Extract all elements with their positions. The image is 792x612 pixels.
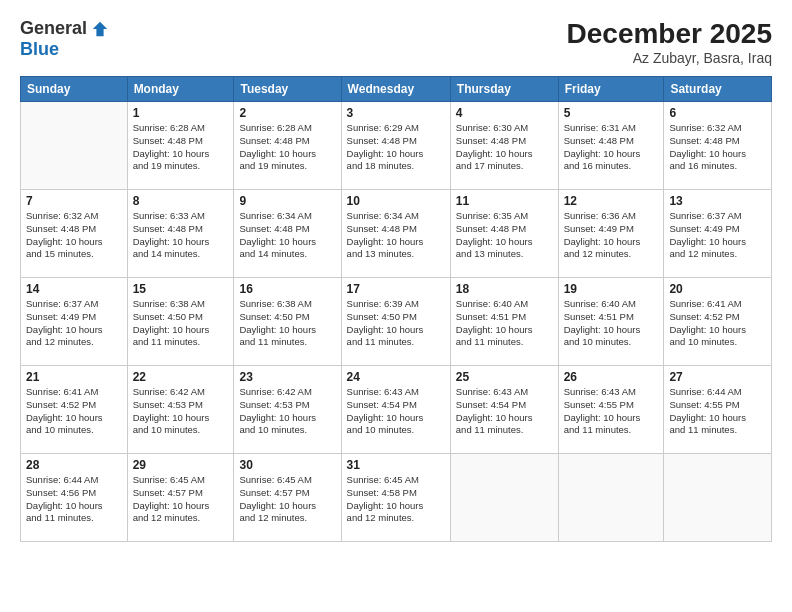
calendar-cell: 12Sunrise: 6:36 AMSunset: 4:49 PMDayligh… — [558, 190, 664, 278]
day-of-week-header: Saturday — [664, 77, 772, 102]
day-number: 22 — [133, 370, 229, 384]
calendar-week-row: 21Sunrise: 6:41 AMSunset: 4:52 PMDayligh… — [21, 366, 772, 454]
calendar-cell: 19Sunrise: 6:40 AMSunset: 4:51 PMDayligh… — [558, 278, 664, 366]
day-number: 5 — [564, 106, 659, 120]
day-of-week-header: Friday — [558, 77, 664, 102]
day-info: Sunrise: 6:45 AMSunset: 4:57 PMDaylight:… — [133, 474, 229, 525]
day-info: Sunrise: 6:45 AMSunset: 4:57 PMDaylight:… — [239, 474, 335, 525]
calendar-cell: 11Sunrise: 6:35 AMSunset: 4:48 PMDayligh… — [450, 190, 558, 278]
day-info: Sunrise: 6:43 AMSunset: 4:54 PMDaylight:… — [347, 386, 445, 437]
day-info: Sunrise: 6:43 AMSunset: 4:55 PMDaylight:… — [564, 386, 659, 437]
day-number: 14 — [26, 282, 122, 296]
calendar-cell: 31Sunrise: 6:45 AMSunset: 4:58 PMDayligh… — [341, 454, 450, 542]
day-of-week-header: Sunday — [21, 77, 128, 102]
day-info: Sunrise: 6:38 AMSunset: 4:50 PMDaylight:… — [239, 298, 335, 349]
day-number: 3 — [347, 106, 445, 120]
calendar-cell: 7Sunrise: 6:32 AMSunset: 4:48 PMDaylight… — [21, 190, 128, 278]
day-number: 21 — [26, 370, 122, 384]
calendar-cell: 1Sunrise: 6:28 AMSunset: 4:48 PMDaylight… — [127, 102, 234, 190]
calendar-cell: 17Sunrise: 6:39 AMSunset: 4:50 PMDayligh… — [341, 278, 450, 366]
calendar-cell: 8Sunrise: 6:33 AMSunset: 4:48 PMDaylight… — [127, 190, 234, 278]
location: Az Zubayr, Basra, Iraq — [567, 50, 772, 66]
day-info: Sunrise: 6:32 AMSunset: 4:48 PMDaylight:… — [669, 122, 766, 173]
day-info: Sunrise: 6:44 AMSunset: 4:55 PMDaylight:… — [669, 386, 766, 437]
svg-marker-0 — [93, 21, 107, 35]
day-info: Sunrise: 6:29 AMSunset: 4:48 PMDaylight:… — [347, 122, 445, 173]
calendar-cell: 13Sunrise: 6:37 AMSunset: 4:49 PMDayligh… — [664, 190, 772, 278]
day-number: 27 — [669, 370, 766, 384]
day-number: 4 — [456, 106, 553, 120]
logo-general-text: General — [20, 18, 87, 39]
day-info: Sunrise: 6:42 AMSunset: 4:53 PMDaylight:… — [239, 386, 335, 437]
calendar-table: SundayMondayTuesdayWednesdayThursdayFrid… — [20, 76, 772, 542]
calendar-week-row: 1Sunrise: 6:28 AMSunset: 4:48 PMDaylight… — [21, 102, 772, 190]
calendar-cell — [450, 454, 558, 542]
day-number: 6 — [669, 106, 766, 120]
calendar-cell: 21Sunrise: 6:41 AMSunset: 4:52 PMDayligh… — [21, 366, 128, 454]
day-info: Sunrise: 6:40 AMSunset: 4:51 PMDaylight:… — [564, 298, 659, 349]
day-number: 26 — [564, 370, 659, 384]
calendar-cell: 3Sunrise: 6:29 AMSunset: 4:48 PMDaylight… — [341, 102, 450, 190]
day-number: 12 — [564, 194, 659, 208]
calendar-cell — [21, 102, 128, 190]
day-number: 1 — [133, 106, 229, 120]
day-info: Sunrise: 6:35 AMSunset: 4:48 PMDaylight:… — [456, 210, 553, 261]
day-number: 8 — [133, 194, 229, 208]
day-number: 11 — [456, 194, 553, 208]
calendar-cell: 2Sunrise: 6:28 AMSunset: 4:48 PMDaylight… — [234, 102, 341, 190]
day-info: Sunrise: 6:34 AMSunset: 4:48 PMDaylight:… — [239, 210, 335, 261]
day-number: 25 — [456, 370, 553, 384]
calendar-cell: 24Sunrise: 6:43 AMSunset: 4:54 PMDayligh… — [341, 366, 450, 454]
day-info: Sunrise: 6:34 AMSunset: 4:48 PMDaylight:… — [347, 210, 445, 261]
day-number: 13 — [669, 194, 766, 208]
day-number: 18 — [456, 282, 553, 296]
calendar-header-row: SundayMondayTuesdayWednesdayThursdayFrid… — [21, 77, 772, 102]
day-number: 16 — [239, 282, 335, 296]
day-info: Sunrise: 6:28 AMSunset: 4:48 PMDaylight:… — [239, 122, 335, 173]
logo: General Blue — [20, 18, 109, 60]
calendar-cell: 30Sunrise: 6:45 AMSunset: 4:57 PMDayligh… — [234, 454, 341, 542]
day-info: Sunrise: 6:37 AMSunset: 4:49 PMDaylight:… — [26, 298, 122, 349]
calendar-week-row: 7Sunrise: 6:32 AMSunset: 4:48 PMDaylight… — [21, 190, 772, 278]
calendar-cell: 18Sunrise: 6:40 AMSunset: 4:51 PMDayligh… — [450, 278, 558, 366]
calendar-cell: 5Sunrise: 6:31 AMSunset: 4:48 PMDaylight… — [558, 102, 664, 190]
day-info: Sunrise: 6:28 AMSunset: 4:48 PMDaylight:… — [133, 122, 229, 173]
day-info: Sunrise: 6:45 AMSunset: 4:58 PMDaylight:… — [347, 474, 445, 525]
day-number: 17 — [347, 282, 445, 296]
day-info: Sunrise: 6:41 AMSunset: 4:52 PMDaylight:… — [26, 386, 122, 437]
day-info: Sunrise: 6:33 AMSunset: 4:48 PMDaylight:… — [133, 210, 229, 261]
day-number: 10 — [347, 194, 445, 208]
calendar-cell: 15Sunrise: 6:38 AMSunset: 4:50 PMDayligh… — [127, 278, 234, 366]
calendar-week-row: 28Sunrise: 6:44 AMSunset: 4:56 PMDayligh… — [21, 454, 772, 542]
day-info: Sunrise: 6:30 AMSunset: 4:48 PMDaylight:… — [456, 122, 553, 173]
calendar-cell: 22Sunrise: 6:42 AMSunset: 4:53 PMDayligh… — [127, 366, 234, 454]
day-number: 15 — [133, 282, 229, 296]
calendar-cell: 4Sunrise: 6:30 AMSunset: 4:48 PMDaylight… — [450, 102, 558, 190]
day-info: Sunrise: 6:37 AMSunset: 4:49 PMDaylight:… — [669, 210, 766, 261]
calendar-cell: 27Sunrise: 6:44 AMSunset: 4:55 PMDayligh… — [664, 366, 772, 454]
calendar-cell: 10Sunrise: 6:34 AMSunset: 4:48 PMDayligh… — [341, 190, 450, 278]
day-number: 2 — [239, 106, 335, 120]
calendar-cell — [558, 454, 664, 542]
day-info: Sunrise: 6:44 AMSunset: 4:56 PMDaylight:… — [26, 474, 122, 525]
day-info: Sunrise: 6:41 AMSunset: 4:52 PMDaylight:… — [669, 298, 766, 349]
page-header: General Blue December 2025 Az Zubayr, Ba… — [20, 18, 772, 66]
calendar-week-row: 14Sunrise: 6:37 AMSunset: 4:49 PMDayligh… — [21, 278, 772, 366]
calendar-cell: 9Sunrise: 6:34 AMSunset: 4:48 PMDaylight… — [234, 190, 341, 278]
calendar-cell: 29Sunrise: 6:45 AMSunset: 4:57 PMDayligh… — [127, 454, 234, 542]
day-number: 9 — [239, 194, 335, 208]
calendar-cell — [664, 454, 772, 542]
day-number: 29 — [133, 458, 229, 472]
calendar-cell: 14Sunrise: 6:37 AMSunset: 4:49 PMDayligh… — [21, 278, 128, 366]
day-number: 7 — [26, 194, 122, 208]
day-info: Sunrise: 6:43 AMSunset: 4:54 PMDaylight:… — [456, 386, 553, 437]
calendar-cell: 28Sunrise: 6:44 AMSunset: 4:56 PMDayligh… — [21, 454, 128, 542]
day-info: Sunrise: 6:40 AMSunset: 4:51 PMDaylight:… — [456, 298, 553, 349]
day-info: Sunrise: 6:39 AMSunset: 4:50 PMDaylight:… — [347, 298, 445, 349]
calendar-cell: 25Sunrise: 6:43 AMSunset: 4:54 PMDayligh… — [450, 366, 558, 454]
day-number: 28 — [26, 458, 122, 472]
calendar-page: General Blue December 2025 Az Zubayr, Ba… — [0, 0, 792, 612]
day-number: 30 — [239, 458, 335, 472]
calendar-cell: 16Sunrise: 6:38 AMSunset: 4:50 PMDayligh… — [234, 278, 341, 366]
day-of-week-header: Monday — [127, 77, 234, 102]
